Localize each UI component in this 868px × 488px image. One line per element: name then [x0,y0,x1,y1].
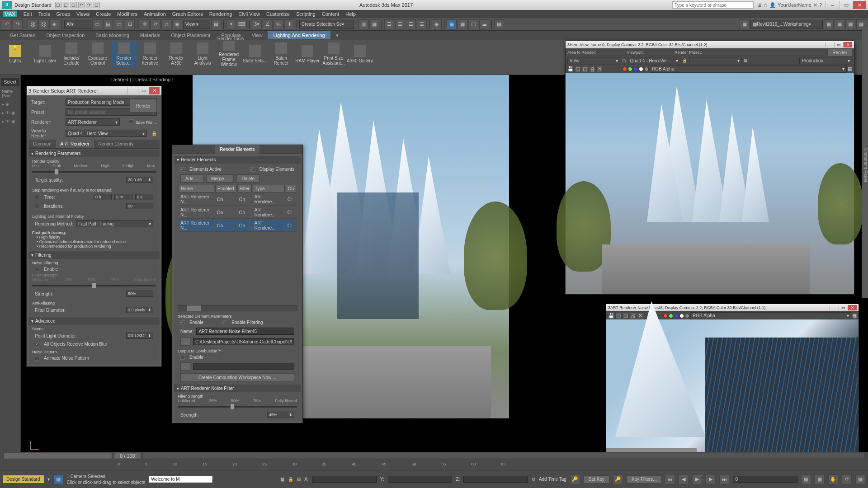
zoom-all-icon[interactable]: ▦ [815,474,825,484]
username[interactable]: YourUserName [778,2,811,8]
region-icon[interactable]: ▢ [622,58,626,63]
x-input[interactable] [312,476,377,483]
render-production-icon[interactable]: 🖵 [468,19,478,29]
ribbon-renderframe[interactable]: Rendered Frame Window [216,41,242,67]
y-input[interactable] [388,476,453,483]
maxscript-input[interactable] [149,476,213,483]
tag-icon[interactable]: ⊙ [532,477,535,482]
lock-icon[interactable]: 🔒 [151,131,157,136]
renderer-select[interactable]: ART Renderer▾ [66,118,120,126]
next-frame-icon[interactable]: ▶ [706,474,716,484]
teapot-icon[interactable]: ▦ [744,58,748,63]
ext3-icon[interactable]: ▦ [845,19,855,29]
exchange-icon[interactable]: ✕ [813,2,817,8]
fw-preset-select[interactable]: ▾ [689,57,742,64]
re-tab[interactable]: Render Elements [215,145,259,154]
star-icon[interactable]: ☆ [763,2,768,8]
keyboard-icon[interactable]: ⌨ [237,19,247,29]
snap-toggle-icon[interactable]: 3▾ [252,19,262,29]
menu-rendering[interactable]: Rendering [209,11,232,17]
oc-enable-check[interactable] [180,355,185,360]
quality-slider[interactable] [32,171,156,173]
ext1-icon[interactable]: ▦ [824,19,834,29]
ribbon-printsize[interactable]: Print Size Assistant... [321,41,347,67]
menu-customize[interactable]: Customize [266,11,290,17]
fw1-min[interactable]: – [825,42,834,47]
clone-icon[interactable]: ▢ [582,66,588,72]
move-icon[interactable]: ✥ [140,19,150,29]
ribbon-lightlister[interactable]: Light Lister [32,41,58,67]
select-rect-icon[interactable]: ▭ [114,19,124,29]
key-icon[interactable]: 🔑 [613,474,623,484]
rollout-rendering-params[interactable]: ▾ Rendering Parameters [28,150,160,157]
dtab-common[interactable]: Common [28,140,56,148]
infocenter-icon[interactable]: ⊞ [757,2,761,8]
time-slider-track[interactable] [4,453,112,459]
time-m[interactable]: 5 m [114,194,132,200]
spinner-snap-icon[interactable]: ⬍ [284,19,294,29]
tree-node-icon[interactable]: ▸ 👁 ◉ [0,108,20,117]
keyfilters-button[interactable]: Key Filters... [627,475,662,483]
workspace-selector[interactable]: Design Standard [14,2,52,8]
browse-button[interactable]: ... [180,338,190,346]
save-img-icon[interactable]: 💾 [567,66,574,72]
mblur-check[interactable] [35,342,39,347]
toggle-ribbon-icon[interactable]: ☰ [395,19,405,29]
blue-channel[interactable] [633,67,638,71]
arnf-rollout[interactable]: ▾ ART Renderer Noise Filter [174,385,301,392]
ribbon-exposure[interactable]: Exposure Control [85,41,111,67]
fw2-min[interactable]: – [830,305,839,310]
redo-icon[interactable]: ↷ [13,19,23,29]
view-select[interactable]: Quad 4 - Hero-View▾ [66,130,147,137]
qat-redo-icon[interactable]: ↷ [86,2,92,8]
help-icon[interactable]: ? [819,2,822,8]
copy-icon[interactable]: ▢ [575,66,581,72]
schematic-view-icon[interactable]: ☰ [417,19,427,29]
render-a360-icon[interactable]: ☁ [479,19,489,29]
manipulate-icon[interactable]: ✦ [226,19,236,29]
fw-render-button[interactable]: Render [827,48,852,56]
alpha-channel[interactable] [679,314,684,318]
toggle-ui-icon[interactable]: ▦ [848,66,852,72]
rollout-advanced[interactable]: ▾ Advanced [28,317,160,325]
material-editor-icon[interactable]: ◉ [432,19,442,29]
vault-icon[interactable]: ▦ [740,19,750,29]
fw2-close[interactable]: ✕ [848,305,857,310]
render-button[interactable]: Render [130,99,157,113]
menu-grapheditors[interactable]: Graph Editors [172,11,203,17]
browse2-button[interactable]: ... [180,362,190,371]
goto-start-icon[interactable]: ⏮ [665,474,675,484]
ws-dropdown-icon[interactable]: ▾ [47,477,50,482]
menu-views[interactable]: Views [76,11,90,17]
mono-channel[interactable] [644,67,649,71]
enable-check[interactable] [35,267,39,272]
rm-select[interactable]: Fast Path Tracing▾ [76,220,153,227]
fw-prod-select[interactable]: Production▾ [799,57,852,64]
menu-content[interactable]: Content [322,11,340,17]
ref-coord-system[interactable]: View ▾ [183,20,210,29]
ribbon-lights[interactable]: 💡Lights [2,41,28,67]
table-row[interactable]: ART Renderer N...OnOnART Rendere...C: [179,206,296,219]
rollout-filtering[interactable]: ▾ Filtering [28,251,160,259]
green-channel[interactable] [669,314,673,318]
z-input[interactable] [463,476,528,483]
maximize-vp-icon[interactable]: ▦ [855,474,865,484]
sep-ef-check[interactable] [222,320,227,325]
ea-check[interactable] [180,167,185,172]
timeline-track[interactable] [143,453,864,459]
selection-filter[interactable]: All▾ [64,20,91,29]
fw2-max[interactable]: ▭ [839,305,848,310]
blue-channel[interactable] [674,314,679,318]
link-icon[interactable]: ⛓ [28,19,38,29]
scale-icon[interactable]: ▱ [161,19,171,29]
combustion-path[interactable] [193,363,294,370]
fw-view-select[interactable]: View▾ [567,57,620,64]
fd-spinner[interactable]: 3.0 pixels⬍ [126,307,153,313]
mono-channel[interactable] [685,314,689,318]
search-input[interactable] [672,1,754,9]
bind-icon[interactable]: ◈ [49,19,59,29]
percent-snap-icon[interactable]: % [274,19,283,29]
qat-undo-icon[interactable]: ↶ [78,2,85,8]
add-time-tag[interactable]: Add Time Tag [539,477,566,482]
ccw-button[interactable]: Create Combustion Workspace Now ... [180,373,294,381]
